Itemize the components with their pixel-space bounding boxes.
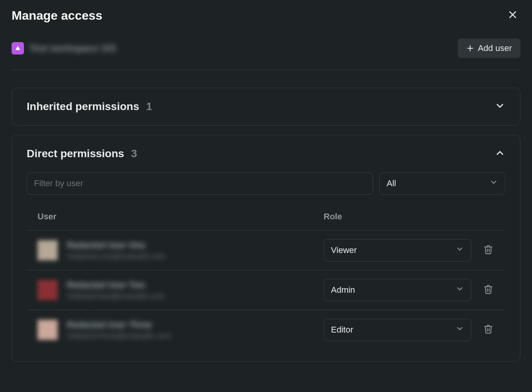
role-cell: Viewer [324,239,494,261]
user-info: Redacted User Three redacted.three@examp… [67,320,171,340]
add-user-button[interactable]: Add user [458,39,520,58]
role-select[interactable]: Editor [324,319,471,341]
user-cell: Redacted User Two redacted.two@example.c… [38,280,324,300]
chevron-up-icon [494,148,505,160]
trash-icon [483,244,493,256]
chevron-down-icon [489,178,498,189]
modal-header: Manage access [12,8,520,23]
user-info: Redacted User One redacted.one@example.c… [67,240,166,261]
filter-user-input[interactable] [27,172,373,195]
section-count: 1 [146,100,152,113]
add-user-label: Add user [478,43,512,53]
role-select-value: Admin [331,285,355,295]
user-cell: Redacted User One redacted.one@example.c… [38,240,324,261]
user-email: redacted.one@example.com [67,252,166,261]
inherited-permissions-section: Inherited permissions 1 [12,88,520,126]
direct-permissions-toggle[interactable]: Direct permissions 3 [12,135,520,172]
direct-permissions-body: All User Role Redacted User One redacted… [12,172,520,361]
user-name: Redacted User Two [67,280,165,290]
filter-row: All [27,172,505,195]
role-select-value: Editor [331,325,353,335]
user-email: redacted.three@example.com [67,331,171,340]
role-cell: Admin [324,279,494,301]
workspace-name: Test workspace 101 [29,43,116,54]
table-row: Redacted User Three redacted.three@examp… [27,310,505,350]
trash-icon [483,284,493,296]
role-select[interactable]: Admin [324,279,471,301]
plus-icon [466,44,474,52]
role-filter-select[interactable]: All [379,172,505,195]
avatar [38,320,58,340]
column-header-role: Role [324,212,494,222]
table-header: User Role [27,203,505,231]
chevron-down-icon [455,285,464,295]
table-row: Redacted User Two redacted.two@example.c… [27,270,505,310]
trash-icon [483,324,493,336]
user-name: Redacted User One [67,240,166,250]
role-select-value: Viewer [331,245,357,255]
section-title-group: Direct permissions 3 [27,148,137,160]
section-title-group: Inherited permissions 1 [27,100,152,113]
table-row: Redacted User One redacted.one@example.c… [27,231,505,270]
user-email: redacted.two@example.com [67,292,165,300]
workspace-identity: Test workspace 101 [12,42,116,54]
user-cell: Redacted User Three redacted.three@examp… [38,320,324,340]
workspace-icon [12,42,24,54]
section-title-text: Inherited permissions [27,100,139,113]
delete-button[interactable] [482,244,494,256]
chevron-down-icon [494,100,505,113]
user-name: Redacted User Three [67,320,171,330]
role-cell: Editor [324,319,494,341]
direct-permissions-section: Direct permissions 3 All User Role [12,135,520,361]
delete-button[interactable] [482,324,494,336]
close-button[interactable] [505,8,520,23]
section-count: 3 [131,148,137,160]
modal-title: Manage access [12,8,102,23]
role-filter-value: All [387,178,396,188]
chevron-down-icon [455,245,464,256]
column-header-user: User [38,212,324,222]
workspace-row: Test workspace 101 Add user [12,39,520,70]
avatar [38,240,58,260]
user-info: Redacted User Two redacted.two@example.c… [67,280,165,300]
chevron-down-icon [455,324,464,335]
section-title-text: Direct permissions [27,148,124,160]
delete-button[interactable] [482,284,494,296]
role-select[interactable]: Viewer [324,239,471,261]
inherited-permissions-toggle[interactable]: Inherited permissions 1 [12,88,520,125]
avatar [38,280,58,300]
close-icon [508,8,518,23]
